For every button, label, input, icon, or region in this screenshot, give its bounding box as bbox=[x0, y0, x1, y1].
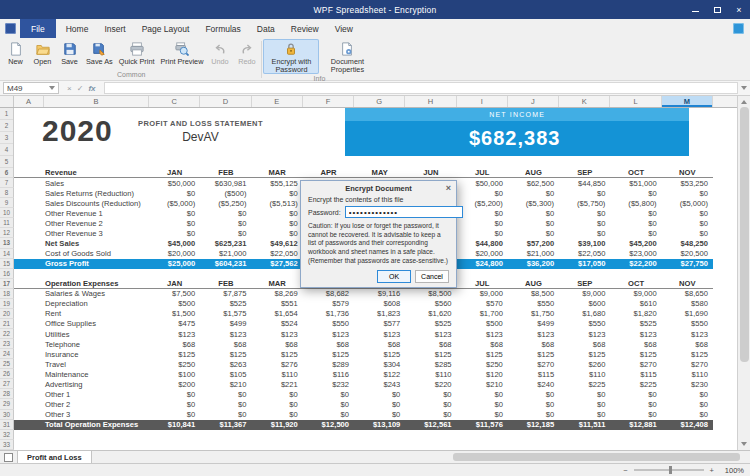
data-cell[interactable]: MAR bbox=[252, 168, 303, 178]
data-cell[interactable]: $27,750 bbox=[662, 259, 713, 269]
data-cell[interactable] bbox=[713, 178, 737, 188]
data-cell[interactable]: ($5,800) bbox=[610, 198, 661, 208]
row-header-15[interactable]: 15 bbox=[0, 259, 14, 269]
row-header-2[interactable]: 2 bbox=[0, 120, 13, 132]
data-cell[interactable] bbox=[713, 319, 737, 329]
data-cell[interactable]: $550 bbox=[559, 319, 610, 329]
row-header-12[interactable]: 12 bbox=[0, 228, 14, 238]
data-cell[interactable]: $0 bbox=[610, 399, 661, 409]
zoom-slider[interactable] bbox=[634, 469, 704, 471]
data-cell[interactable]: $0 bbox=[303, 399, 354, 409]
tab-home[interactable]: Home bbox=[58, 19, 97, 38]
data-cell[interactable]: $125 bbox=[405, 349, 456, 359]
data-cell[interactable]: $0 bbox=[457, 218, 508, 228]
data-cell[interactable]: $125 bbox=[457, 349, 508, 359]
row-label-cell[interactable]: Other 3 bbox=[14, 410, 149, 420]
data-cell[interactable]: $1,823 bbox=[354, 309, 405, 319]
data-cell[interactable]: $116 bbox=[303, 369, 354, 379]
data-cell[interactable]: ($5,300) bbox=[508, 198, 559, 208]
data-cell[interactable] bbox=[200, 430, 251, 440]
data-cell[interactable]: $0 bbox=[508, 228, 559, 238]
data-cell[interactable]: $123 bbox=[354, 329, 405, 339]
data-cell[interactable] bbox=[610, 269, 661, 279]
data-cell[interactable] bbox=[713, 259, 737, 269]
column-header-D[interactable]: D bbox=[200, 96, 251, 107]
data-cell[interactable]: $22,050 bbox=[559, 249, 610, 259]
data-cell[interactable]: $0 bbox=[200, 389, 251, 399]
data-cell[interactable]: $125 bbox=[252, 349, 303, 359]
data-cell[interactable]: $120 bbox=[457, 369, 508, 379]
data-cell[interactable]: $9,000 bbox=[559, 289, 610, 299]
data-cell[interactable]: $232 bbox=[303, 379, 354, 389]
data-cell[interactable]: $0 bbox=[508, 218, 559, 228]
row-header-27[interactable]: 27 bbox=[0, 379, 14, 389]
data-cell[interactable] bbox=[713, 299, 737, 309]
data-cell[interactable] bbox=[713, 238, 737, 248]
data-cell[interactable]: $123 bbox=[252, 329, 303, 339]
data-cell[interactable]: $525 bbox=[610, 319, 661, 329]
data-cell[interactable]: JUN bbox=[405, 168, 456, 178]
row-header-14[interactable]: 14 bbox=[0, 249, 14, 259]
data-cell[interactable]: $123 bbox=[405, 329, 456, 339]
data-cell[interactable]: $570 bbox=[457, 299, 508, 309]
data-cell[interactable]: $123 bbox=[559, 329, 610, 339]
horizontal-scroll-thumb[interactable] bbox=[453, 453, 739, 461]
dialog-title-bar[interactable]: Encrypt Document × bbox=[301, 181, 456, 195]
column-header-B[interactable]: B bbox=[44, 96, 149, 107]
data-cell[interactable] bbox=[713, 339, 737, 349]
data-cell[interactable]: $115 bbox=[508, 369, 559, 379]
row-label-cell[interactable]: Sales bbox=[14, 178, 149, 188]
data-cell[interactable]: $68 bbox=[457, 339, 508, 349]
data-cell[interactable]: $604,231 bbox=[200, 259, 251, 269]
data-cell[interactable]: $625,231 bbox=[200, 238, 251, 248]
row-header-13[interactable]: 13 bbox=[0, 238, 14, 248]
data-cell[interactable]: $0 bbox=[252, 208, 303, 218]
column-header-G[interactable]: G bbox=[354, 96, 405, 107]
data-cell[interactable]: JUL bbox=[457, 279, 508, 289]
data-cell[interactable] bbox=[252, 430, 303, 440]
data-cell[interactable]: $0 bbox=[610, 228, 661, 238]
column-header-M[interactable]: M bbox=[662, 96, 713, 107]
data-cell[interactable]: $123 bbox=[508, 329, 559, 339]
data-cell[interactable] bbox=[662, 440, 713, 450]
data-cell[interactable]: $125 bbox=[149, 349, 200, 359]
banner-content[interactable]: 2020 PROFIT AND LOSS STATEMENT DevAV NET… bbox=[14, 108, 713, 168]
data-cell[interactable] bbox=[713, 168, 737, 178]
vertical-scroll-thumb[interactable] bbox=[740, 107, 749, 362]
data-cell[interactable]: $68 bbox=[200, 339, 251, 349]
column-header-H[interactable]: H bbox=[405, 96, 456, 107]
new-button[interactable]: New bbox=[2, 39, 29, 70]
expand-formula-bar-icon[interactable] bbox=[741, 86, 747, 90]
column-header-K[interactable]: K bbox=[559, 96, 610, 107]
data-cell[interactable]: $0 bbox=[149, 228, 200, 238]
data-cell[interactable]: $50,000 bbox=[149, 178, 200, 188]
save-as-button[interactable]: Save As bbox=[83, 39, 116, 70]
document-properties-button[interactable]: Document Properties bbox=[319, 39, 375, 74]
data-cell[interactable]: $125 bbox=[508, 349, 559, 359]
data-cell[interactable]: $0 bbox=[610, 188, 661, 198]
row-label-cell[interactable]: Rent bbox=[14, 309, 149, 319]
data-cell[interactable]: $500 bbox=[149, 299, 200, 309]
data-cell[interactable]: $220 bbox=[405, 379, 456, 389]
sheet-list-icon[interactable] bbox=[4, 453, 13, 462]
data-cell[interactable] bbox=[662, 430, 713, 440]
data-cell[interactable]: $44,850 bbox=[559, 178, 610, 188]
data-cell[interactable]: $110 bbox=[252, 369, 303, 379]
data-cell[interactable] bbox=[713, 359, 737, 369]
zoom-in-button[interactable]: + bbox=[710, 466, 714, 475]
data-cell[interactable]: $0 bbox=[559, 208, 610, 218]
data-cell[interactable]: $110 bbox=[662, 369, 713, 379]
data-cell[interactable]: $499 bbox=[200, 319, 251, 329]
data-cell[interactable]: $0 bbox=[149, 208, 200, 218]
row-label-cell[interactable]: Other Revenue 3 bbox=[14, 228, 149, 238]
dialog-close-icon[interactable]: × bbox=[446, 181, 451, 195]
data-cell[interactable] bbox=[713, 410, 737, 420]
data-cell[interactable] bbox=[713, 389, 737, 399]
row-header-33[interactable]: 33 bbox=[0, 440, 14, 450]
data-cell[interactable]: $200 bbox=[149, 379, 200, 389]
data-cell[interactable]: $0 bbox=[662, 399, 713, 409]
data-cell[interactable]: $0 bbox=[457, 228, 508, 238]
data-cell[interactable]: $123 bbox=[200, 329, 251, 339]
data-cell[interactable]: $0 bbox=[252, 188, 303, 198]
row-label-cell[interactable]: Telephone bbox=[14, 339, 149, 349]
